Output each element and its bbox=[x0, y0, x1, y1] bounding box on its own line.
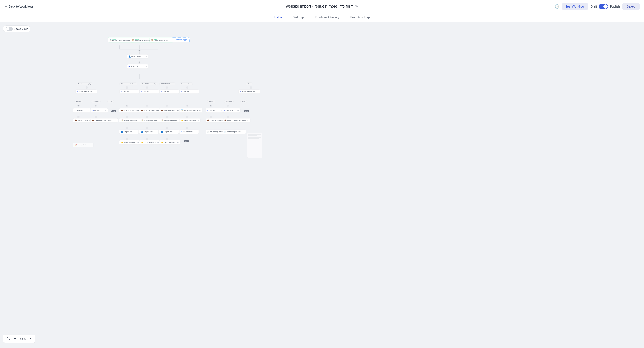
plus-row3-airplane-left[interactable]: + bbox=[77, 116, 80, 118]
plus-after-create-contact[interactable]: + bbox=[138, 62, 140, 64]
plus-none-1[interactable]: + bbox=[250, 86, 252, 89]
add-tags-helicopter-tours[interactable]: 🏷 Add Tags ··· bbox=[180, 89, 199, 94]
add-msg-notes-bottom-left[interactable]: 📝 message to Notes ··· bbox=[73, 143, 94, 147]
add-trigger-button[interactable]: + Add New Trigger bbox=[172, 38, 190, 42]
plus-row3-priority[interactable]: + bbox=[126, 116, 128, 118]
internal-notif-heli-menu[interactable]: ··· bbox=[196, 119, 199, 121]
plus-row3-heli-tours[interactable]: + bbox=[186, 116, 188, 118]
plus-new-student[interactable]: + bbox=[86, 86, 88, 89]
internal-notif-gb2-menu[interactable]: ··· bbox=[176, 141, 179, 143]
assign-user-priority[interactable]: 👤 Assign to user ··· bbox=[119, 130, 138, 134]
aircraft-training-type-left[interactable]: {} Aircraft Training Type ··· bbox=[76, 89, 97, 94]
source-sort-menu[interactable]: ··· bbox=[144, 66, 146, 68]
create-opp-heli-menu[interactable]: ··· bbox=[114, 119, 116, 121]
add-tags-helicopter-left[interactable]: 🏷 Add Tags ··· bbox=[90, 108, 108, 113]
zoom-out-button[interactable]: − bbox=[28, 336, 34, 342]
aircraft-training-type-right[interactable]: {} Aircraft Training Type ··· bbox=[238, 89, 260, 94]
plus-row3-airplane-right[interactable]: + bbox=[210, 116, 212, 118]
plus-row4-heli-tours[interactable]: + bbox=[186, 127, 188, 129]
internal-notif-nu2-menu[interactable]: ··· bbox=[156, 141, 158, 143]
add-tags-gi-bill[interactable]: 🏷 Add Tags ··· bbox=[160, 89, 179, 94]
add-tags-airplane-right-menu[interactable]: ··· bbox=[219, 109, 222, 111]
plus-row4-priority[interactable]: + bbox=[126, 127, 128, 129]
tab-builder[interactable]: Builder bbox=[273, 13, 284, 22]
plus-gi-bill[interactable]: + bbox=[166, 86, 168, 89]
add-msg-notes-non-us[interactable]: 📝 add message to Notes ··· bbox=[139, 118, 162, 123]
trigger-internal-form[interactable]: 📋 Trigger Internal Form Submitted ··· bbox=[150, 38, 173, 43]
create-update-opp-heli-left[interactable]: 💼 Create Or Update Opportunity ··· bbox=[90, 118, 118, 123]
plus-row4-gi-bill[interactable]: + bbox=[166, 127, 168, 129]
plus-gi-bill-2[interactable]: + bbox=[166, 105, 168, 107]
add-msg-notes-priority[interactable]: 📝 add message to Notes ··· bbox=[119, 118, 142, 123]
add-tags-airplane-left-menu[interactable]: ··· bbox=[86, 109, 89, 111]
add-message-notes-heli[interactable]: 📝 add message to Notes ··· bbox=[179, 108, 202, 113]
create-contact-menu[interactable]: ··· bbox=[144, 55, 146, 57]
plus-non-us[interactable]: + bbox=[146, 86, 148, 89]
create-contact-node[interactable]: 👤 Create Contact ··· bbox=[127, 54, 148, 59]
add-tags-non-us[interactable]: 🏷 Add Tags ··· bbox=[140, 89, 159, 94]
create-update-opp-right-heli[interactable]: 💼 Create Or Update Opportunity ··· bbox=[223, 118, 250, 123]
add-message-heli-menu[interactable]: ··· bbox=[198, 109, 201, 111]
saved-button[interactable]: Saved bbox=[622, 3, 640, 10]
add-msg-right-heli-menu[interactable]: ··· bbox=[242, 131, 244, 133]
welcome-email-menu[interactable]: ··· bbox=[195, 131, 197, 133]
add-msg-bottom-menu[interactable]: ··· bbox=[90, 144, 92, 146]
plus-after-triggers[interactable]: + bbox=[138, 49, 140, 52]
add-tags-heli-left-menu[interactable]: ··· bbox=[104, 109, 106, 111]
source-sort-node[interactable]: {} Source Sort ··· bbox=[127, 64, 148, 69]
add-tags-heli-right-menu[interactable]: ··· bbox=[236, 109, 238, 111]
welcome-email-node[interactable]: ✉ Welcome Email ··· bbox=[179, 130, 199, 134]
assign-user-gi-bill[interactable]: 👤 Assign to user ··· bbox=[159, 130, 179, 134]
aircraft-left-menu[interactable]: ··· bbox=[93, 91, 95, 93]
add-tags-airplane-right[interactable]: 🏷 Add Tags ··· bbox=[206, 108, 223, 113]
plus-helicopter[interactable]: + bbox=[186, 86, 188, 89]
add-msg-notes-gi-bill[interactable]: 📝 add message to Notes ··· bbox=[159, 118, 182, 123]
plus-row5-non-us[interactable]: + bbox=[146, 138, 148, 140]
internal-notif-priority-2[interactable]: 🔔 Internal Notification ··· bbox=[119, 140, 140, 144]
plus-row3-heli-right[interactable]: + bbox=[227, 116, 229, 118]
add-tags-gi-bill-menu[interactable]: ··· bbox=[175, 91, 177, 93]
plus-airplane-right[interactable]: + bbox=[210, 105, 212, 107]
internal-notif-gi-bill-2[interactable]: 🔔 Internal Notification ··· bbox=[159, 140, 180, 144]
create-opp-right-heli-menu[interactable]: ··· bbox=[246, 119, 249, 121]
assign-user-non-us[interactable]: 👤 Assign to user ··· bbox=[139, 130, 158, 134]
stats-view-toggle[interactable]: Stats View bbox=[3, 25, 30, 32]
history-icon[interactable]: 🕐 bbox=[555, 4, 560, 9]
plus-row5-priority[interactable]: + bbox=[126, 138, 128, 140]
add-msg-notes-right-heli[interactable]: 📝 add message to Notes ··· bbox=[223, 130, 246, 134]
aircraft-right-menu[interactable]: ··· bbox=[256, 91, 258, 93]
plus-row5-gi-bill[interactable]: + bbox=[166, 138, 168, 140]
assign-user-non-us-menu[interactable]: ··· bbox=[154, 131, 157, 133]
plus-row3-non-us[interactable]: + bbox=[146, 116, 148, 118]
plus-non-us-2[interactable]: + bbox=[146, 105, 148, 107]
zoom-in-button[interactable]: + bbox=[12, 336, 18, 342]
internal-notif-p2-menu[interactable]: ··· bbox=[136, 141, 138, 143]
plus-priority[interactable]: + bbox=[126, 86, 128, 89]
add-tags-priority-menu[interactable]: ··· bbox=[135, 91, 137, 93]
trigger-menu-3[interactable]: ··· bbox=[169, 39, 172, 41]
test-workflow-button[interactable]: Test Workflow bbox=[562, 3, 588, 10]
assign-user-gi-bill-menu[interactable]: ··· bbox=[174, 131, 177, 133]
add-tags-airplane-left[interactable]: 🏷 Add Tags ··· bbox=[73, 108, 90, 113]
internal-notification-heli[interactable]: 🔔 Internal Notification ··· bbox=[179, 118, 200, 123]
add-tags-priority[interactable]: 🏷 Add Tags ··· bbox=[119, 89, 139, 94]
stats-toggle-switch[interactable] bbox=[6, 27, 13, 31]
plus-row3-heli-left[interactable]: + bbox=[95, 116, 97, 118]
plus-priority-2[interactable]: + bbox=[126, 105, 128, 107]
plus-row4-non-us[interactable]: + bbox=[146, 127, 148, 129]
tab-execution-logs[interactable]: Execution Logs bbox=[349, 13, 371, 22]
plus-heli-tours-2[interactable]: + bbox=[186, 105, 188, 107]
plus-helicopter-right[interactable]: + bbox=[227, 105, 229, 107]
internal-notif-non-us-2[interactable]: 🔔 Internal Notification ··· bbox=[139, 140, 160, 144]
add-tags-helicopter-right[interactable]: 🏷 Add Tags ··· bbox=[223, 108, 240, 113]
tab-settings[interactable]: Settings bbox=[292, 13, 305, 22]
plus-helicopter-left[interactable]: + bbox=[95, 105, 97, 107]
assign-user-priority-menu[interactable]: ··· bbox=[134, 131, 137, 133]
back-to-workflows-link[interactable]: ← Back to Workflows bbox=[4, 5, 34, 8]
tab-enrollment-history[interactable]: Enrollment History bbox=[314, 13, 340, 22]
plus-row3-gi-bill[interactable]: + bbox=[166, 116, 168, 118]
edit-title-icon[interactable]: ✎ bbox=[355, 4, 358, 9]
plus-airplane-left[interactable]: + bbox=[77, 105, 80, 107]
add-tags-heli-menu[interactable]: ··· bbox=[195, 91, 197, 93]
fullscreen-button[interactable]: ⛶ bbox=[5, 336, 11, 342]
